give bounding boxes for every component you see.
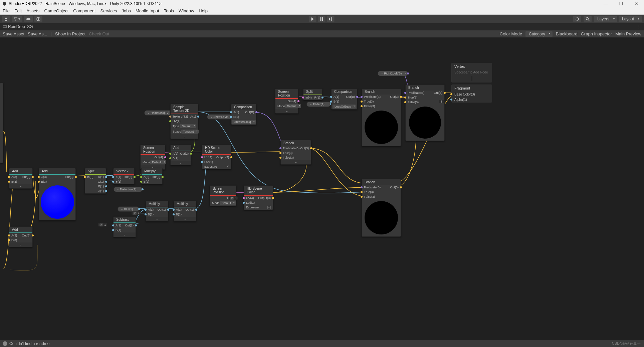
svg-point-3 (38, 18, 39, 20)
menu-window[interactable]: Window (179, 8, 194, 13)
menu-jobs[interactable]: Jobs (122, 8, 131, 13)
node-title: Multiply (174, 201, 196, 207)
node-preview (365, 201, 398, 234)
node-title: Multiply (142, 168, 162, 174)
node-multiply-2[interactable]: Multiply A(1)Out(1) B(1) ⌄ (146, 201, 168, 221)
save-as-button[interactable]: Save As... (28, 31, 47, 36)
node-split-2[interactable]: Split In(4)R(1) (303, 89, 323, 100)
node-add-bottom[interactable]: Add A(3)Out(3) B(3) ⌄ (9, 226, 33, 247)
settings-button[interactable] (34, 16, 42, 22)
node-title: Comparison (231, 104, 256, 110)
context-fragment[interactable]: Fragment Base Color(3) Alpha(1) (451, 84, 492, 103)
constant-float-0[interactable]: X0 (229, 196, 238, 200)
property-distortion[interactable]: Distortion(1) (114, 187, 143, 192)
node-comparison-1[interactable]: Comparison A(1)Out(B) B(1) GreaterOrEq (231, 104, 256, 125)
window-title-bar: ShaderHDRP2022 - RainScene - Windows, Ma… (0, 0, 644, 7)
node-screen-position-2[interactable]: Screen Position Out(4) ModeDefault (210, 185, 236, 206)
collapse-toggle[interactable]: ⌄ (171, 161, 191, 165)
property-right2left[interactable]: Right2Left(B)× (378, 71, 408, 76)
svg-rect-5 (320, 17, 321, 21)
collapse-toggle[interactable]: ⌄ (171, 134, 198, 139)
node-multiply-1[interactable]: Multiply A(2)Out(2) B(2) (141, 168, 163, 184)
node-title: Add (9, 168, 32, 174)
node-branch-3[interactable]: Branch Predicate(B)Out(3) True(3) False(… (405, 84, 445, 141)
search-button[interactable] (584, 16, 592, 22)
menu-services[interactable]: Services (100, 8, 117, 13)
context-vertex[interactable]: Vertex Spacebar to Add Node (451, 63, 492, 82)
collapse-toggle[interactable]: ⌄ (9, 184, 32, 188)
pause-button[interactable] (318, 16, 325, 22)
menu-mobileinput[interactable]: Mobile Input (136, 8, 159, 13)
node-title: Vector 2 (114, 168, 134, 174)
blackboard-toggle[interactable]: Blackboard (556, 31, 578, 36)
minimize-button[interactable]: — (598, 0, 613, 7)
layers-dropdown[interactable]: Layers (594, 16, 617, 22)
svg-rect-12 (3, 25, 6, 28)
account-button[interactable] (2, 16, 10, 22)
show-in-project-button[interactable]: Show In Project (55, 31, 85, 36)
menu-help[interactable]: Help (199, 8, 208, 13)
svg-marker-9 (577, 17, 577, 18)
menu-edit[interactable]: Edit (14, 8, 22, 13)
save-asset-button[interactable]: Save Asset (3, 31, 24, 36)
cloud-button[interactable] (24, 16, 33, 22)
watermark: CSDN@萌芽豆子 (612, 341, 641, 346)
node-split-1[interactable]: Split In(3)R(1) G(1) B(1) A(1) (85, 168, 106, 194)
node-hd-scene-color-2[interactable]: HD Scene Color UV(4)Output(3) Lod(1) Exp… (244, 185, 273, 210)
play-button[interactable] (309, 16, 316, 22)
node-add-1[interactable]: Add A(3)Out(3) B(3) ⌄ (9, 168, 33, 189)
node-sample-texture-2d[interactable]: Sample Texture 2D Texture(T2)A(1) UV(2) … (170, 104, 198, 139)
property-fader[interactable]: Fader(1) (306, 102, 331, 107)
constant-alpha-1[interactable]: 1 (439, 100, 444, 103)
fragment-alpha[interactable]: Alpha(1) (452, 97, 492, 102)
node-branch-2[interactable]: Branch Predicate(B)Out(3) True(3) False(… (362, 179, 401, 237)
account-dropdown[interactable]: 芽 ▾ (12, 16, 22, 22)
graph-canvas[interactable]: Add A(3)Out(3) B(3) ⌄ Add A(3)Out(3) B(3… (0, 38, 644, 340)
node-screen-position-3[interactable]: Screen Position Out(4) ModeDefault ⌄ (275, 89, 298, 114)
menu-tools[interactable]: Tools (164, 8, 174, 13)
constant-float-1[interactable]: X1 (98, 223, 107, 226)
node-truncated-left[interactable] (0, 83, 3, 163)
node-title: Screen Position (141, 145, 165, 154)
node-title: Branch (362, 179, 401, 185)
window-controls: — ❐ ✕ (598, 0, 644, 7)
main-preview-toggle[interactable]: Main Preview (615, 31, 641, 36)
node-preview (39, 184, 75, 220)
tab-context-menu[interactable]: ⋮ (637, 24, 641, 29)
node-title: Split (85, 168, 106, 174)
undo-history-button[interactable] (573, 16, 581, 22)
node-add-2[interactable]: Add A(3)Out(3) B(3) (39, 168, 76, 220)
menu-gameobject[interactable]: GameObject (44, 8, 68, 13)
node-hd-scene-color-1[interactable]: HD Scene Color UV(4)Output(3) Lod(1) Exp… (202, 145, 231, 169)
graph-inspector-toggle[interactable]: Graph Inspector (581, 31, 612, 36)
check-out-button: Check Out (89, 31, 109, 36)
color-mode-dropdown[interactable]: Category (525, 31, 553, 37)
menu-assets[interactable]: Assets (26, 8, 39, 13)
property-blur[interactable]: Blur(1) (118, 206, 139, 212)
tab-label[interactable]: RainDrop_SG (8, 24, 33, 29)
step-button[interactable] (327, 16, 334, 22)
node-multiply-3[interactable]: Multiply A(1)Out(1) B(1) ⌄ (174, 201, 196, 221)
svg-marker-4 (311, 17, 314, 21)
layout-dropdown[interactable]: Layout (619, 16, 642, 22)
node-branch-1[interactable]: Branch Predicate(B)Out(3) True(3) False(… (362, 89, 401, 146)
node-add-3[interactable]: Add A(2)Out(2) B(2) ⌄ (170, 145, 191, 165)
node-vector2[interactable]: Vector 2 X(1)Out(2) Y(1) (113, 168, 135, 184)
context-title: Vertex (452, 63, 492, 70)
node-title: Split (303, 89, 322, 95)
menu-component[interactable]: Component (73, 8, 95, 13)
constant-float-7[interactable]: X7 (132, 211, 141, 215)
close-icon[interactable]: × (405, 72, 407, 75)
node-subtract[interactable]: Subtract A(1)Out(1) B(1) ⌄ (113, 216, 136, 237)
node-title: Screen Position (210, 186, 236, 195)
node-comparison-2[interactable]: Comparison A(1)Out(B) B(1) LessOrEqua (331, 89, 357, 110)
menu-file[interactable]: File (3, 8, 10, 13)
collapse-toggle[interactable]: ⌄ (9, 242, 32, 247)
context-title: Fragment (452, 85, 492, 92)
close-button[interactable]: ✕ (629, 0, 644, 7)
maximize-button[interactable]: ❐ (613, 0, 629, 7)
node-screen-position-1[interactable]: Screen Position Out(4) ModeDefault ⌄ (140, 145, 165, 170)
fragment-base-color[interactable]: Base Color(3) (452, 92, 492, 97)
warning-icon: ! (3, 341, 7, 346)
node-branch-mid[interactable]: Branch Predicate(B)Out(3) True(3) False(… (280, 140, 311, 165)
